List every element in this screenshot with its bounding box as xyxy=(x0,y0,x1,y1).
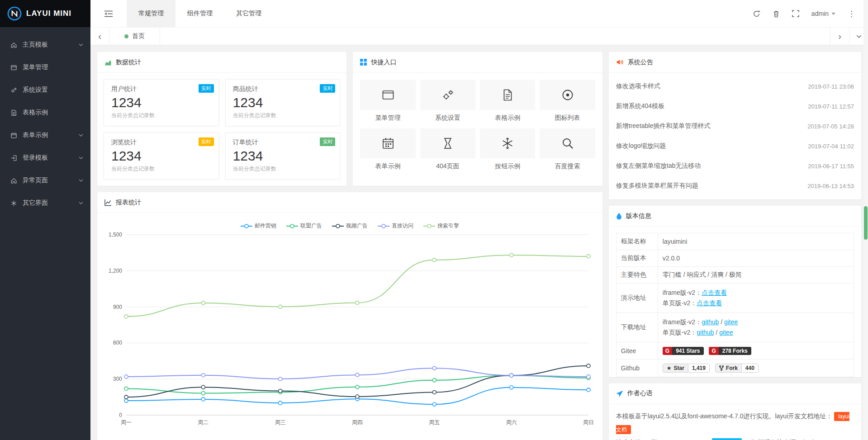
stat-box-users: 用户统计 1234 当前分类总记录数 实时 xyxy=(104,79,219,126)
trash-icon xyxy=(773,10,780,18)
gears-icon xyxy=(420,80,475,110)
download-gitee-link[interactable]: gitee xyxy=(724,318,738,326)
legend-label: 搜索引擎 xyxy=(437,222,459,230)
status-badge: 实时 xyxy=(320,84,335,93)
app-logo[interactable]: LAYUI MINI xyxy=(0,0,90,27)
sidebar-item-error-pages[interactable]: 异常页面 xyxy=(0,169,90,192)
card-title: 版本信息 xyxy=(626,212,651,220)
github-star-badge[interactable]: ★Star1,419 xyxy=(663,364,710,373)
clear-cache-button[interactable] xyxy=(773,10,780,18)
tab-scroll-left-button[interactable]: ‹ xyxy=(90,28,109,45)
gitee-forks-count: 278 Forks xyxy=(719,347,751,355)
svg-text:周四: 周四 xyxy=(352,419,363,426)
svg-text:周六: 周六 xyxy=(506,419,517,426)
gitee-forks-badge[interactable]: G278 Forks xyxy=(709,347,751,355)
card-title: 数据统计 xyxy=(116,58,141,66)
announcement-item[interactable]: 修改选项卡样式2019-07-11 23:06 xyxy=(616,76,854,96)
header-tabs: 常规管理 组件管理 其它管理 xyxy=(127,0,273,27)
author-intro-text: 本模板基于layui2.5.4以及font-awesome-4.7.0进行实现。… xyxy=(616,412,832,420)
fullscreen-button[interactable] xyxy=(792,10,799,17)
announcement-item[interactable]: 新增系统404模板2019-07-11 12:57 xyxy=(616,96,854,116)
legend-item[interactable]: 直接访问 xyxy=(378,222,413,230)
refresh-button[interactable] xyxy=(753,10,760,18)
version-number-value: v2.0.0 xyxy=(658,250,854,267)
header-tab-other[interactable]: 其它管理 xyxy=(224,0,273,27)
quick-item-404-page[interactable]: 404页面 xyxy=(420,128,475,170)
quick-item-table-example[interactable]: 表格示例 xyxy=(480,80,535,122)
card-title: 报表统计 xyxy=(116,199,141,207)
user-dropdown[interactable]: admin xyxy=(811,10,835,17)
sign-in-icon xyxy=(9,155,18,161)
sidebar-collapse-button[interactable] xyxy=(90,0,127,27)
sidebar-item-login-template[interactable]: 登录模板 xyxy=(0,147,90,169)
legend-marker-icon xyxy=(286,223,298,229)
quick-item-icon-list[interactable]: 图标列表 xyxy=(540,80,595,122)
tab-scroll-right-button[interactable]: › xyxy=(830,28,849,45)
github-fork-badge[interactable]: Fork440 xyxy=(715,364,759,373)
stat-value: 1234 xyxy=(111,148,211,164)
quick-item-baidu-search[interactable]: 百度搜索 xyxy=(540,128,595,170)
window-icon xyxy=(360,80,415,110)
quick-card-header: 快捷入口 xyxy=(353,52,602,73)
github-fork-label: Fork xyxy=(726,365,738,371)
announcement-list: 修改选项卡样式2019-07-11 23:06 新增系统404模板2019-07… xyxy=(609,73,861,199)
tab-home[interactable]: 首页 xyxy=(109,28,160,45)
legend-item[interactable]: 视频广告 xyxy=(332,222,368,230)
version-framework-value: layuimini xyxy=(658,233,854,250)
sidebar-item-other-ui[interactable]: 其它界面 xyxy=(0,192,90,214)
download-gitee-link[interactable]: gitee xyxy=(719,329,733,336)
author-message: 本模板基于layui2.5.4以及font-awesome-4.7.0进行实现。… xyxy=(609,404,861,440)
sidebar-item-table-example[interactable]: 表格示例 xyxy=(0,101,90,124)
quick-item-menu-manage[interactable]: 菜单管理 xyxy=(360,80,415,122)
download-github-link[interactable]: github xyxy=(702,318,719,326)
report-chart: 邮件营销联盟广告视频广告直接访问搜索引擎 03006009001,2001,50… xyxy=(97,213,602,440)
announcement-item[interactable]: 修复左侧菜单缩放tab无法移动2019-06-17 11:55 xyxy=(616,156,854,176)
more-menu-button[interactable]: ⋮ xyxy=(848,9,855,19)
svg-text:1,500: 1,500 xyxy=(109,232,122,238)
announcement-text: 新增系统404模板 xyxy=(616,102,664,110)
sidebar-menu: 主页模板 菜单管理 系统设置 表格示例 表单示例 登录 xyxy=(0,27,90,214)
announcement-item[interactable]: 修复多模块菜单栏展开有问题2019-06-13 14:53 xyxy=(616,176,854,196)
sidebar-item-label: 主页模板 xyxy=(23,41,74,49)
home-icon xyxy=(9,177,18,184)
author-card: 作者心语 本模板基于layui2.5.4以及font-awesome-4.7.0… xyxy=(609,383,861,440)
page-scrollbar-thumb[interactable] xyxy=(864,206,868,240)
download-github-link[interactable]: github xyxy=(697,329,714,336)
version-row-label: Gitee xyxy=(616,342,658,359)
sidebar-item-menu-manage[interactable]: 菜单管理 xyxy=(0,56,90,79)
qq-join-badge[interactable]: 一键加群 xyxy=(712,438,742,440)
stats-grid: 用户统计 1234 当前分类总记录数 实时 商品统计 1234 当前分类总记录数… xyxy=(97,73,346,186)
page-tabbar: ‹ 首页 › xyxy=(90,27,868,45)
stat-box-views: 浏览统计 1234 当前分类总记录数 实时 xyxy=(104,132,219,180)
demo-onepage-link[interactable]: 点击查看 xyxy=(697,299,722,307)
gitee-stars-badge[interactable]: G941 Stars xyxy=(663,347,704,355)
home-icon xyxy=(9,42,18,48)
legend-label: 邮件营销 xyxy=(255,222,276,230)
username: admin xyxy=(811,10,829,17)
quick-item-button-example[interactable]: 按钮示例 xyxy=(480,128,535,170)
header-tab-general[interactable]: 常规管理 xyxy=(127,0,175,27)
top-cards-row: 数据统计 用户统计 1234 当前分类总记录数 实时 商品统计 1 xyxy=(97,52,602,186)
gitee-stars-count: 941 Stars xyxy=(672,347,703,355)
announcement-item[interactable]: 修改logo缩放问题2019-07-04 11:02 xyxy=(616,136,854,156)
announcement-item[interactable]: 新增treetable插件和菜单管理样式2019-07-05 14:28 xyxy=(616,116,854,136)
stat-box-orders: 订单统计 1234 当前分类总记录数 实时 xyxy=(225,132,341,180)
header-tab-components[interactable]: 组件管理 xyxy=(175,0,224,27)
refresh-icon xyxy=(753,10,760,18)
legend-item[interactable]: 搜索引擎 xyxy=(423,222,459,230)
demo-iframe-link[interactable]: 点击查看 xyxy=(702,289,727,296)
file-text-icon xyxy=(480,80,535,110)
sidebar-item-home-template[interactable]: 主页模板 xyxy=(0,33,90,56)
legend-item[interactable]: 联盟广告 xyxy=(286,222,322,230)
quick-item-form-example[interactable]: 表单示例 xyxy=(360,128,415,170)
sidebar-item-form-example[interactable]: 表单示例 xyxy=(0,124,90,147)
stat-desc: 当前分类总记录数 xyxy=(233,165,333,173)
quick-item-system-settings[interactable]: 系统设置 xyxy=(420,80,475,122)
link-separator: / xyxy=(714,329,719,336)
legend-item[interactable]: 邮件营销 xyxy=(241,222,276,230)
file-icon xyxy=(9,109,18,116)
quick-item-label: 表格示例 xyxy=(480,114,535,122)
version-row-label: Github xyxy=(616,359,658,377)
sidebar-item-system-settings[interactable]: 系统设置 xyxy=(0,79,90,101)
status-badge: 实时 xyxy=(320,137,335,146)
